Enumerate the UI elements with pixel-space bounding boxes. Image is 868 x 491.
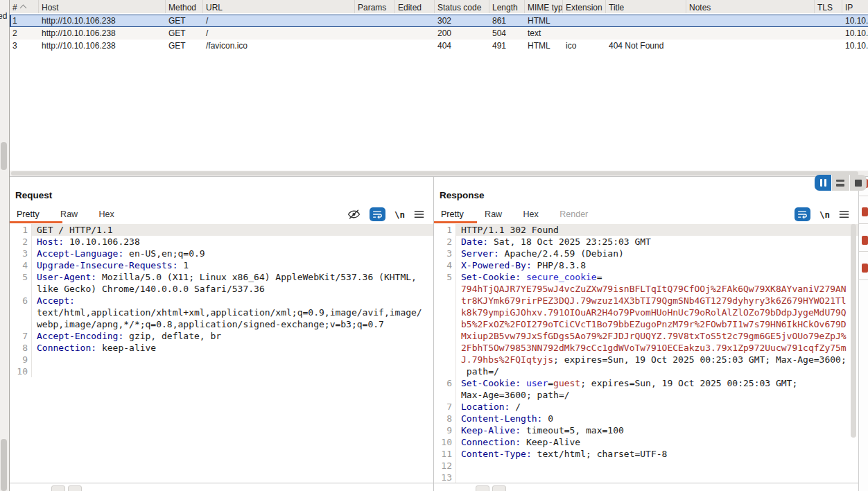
table-body: 1http://10.10.106.238GET/302861HTML10.10… (10, 15, 868, 52)
editor-line: J.79hbs%2FQIqtyjs; expires=Sun, 19 Oct 2… (434, 354, 858, 365)
inspector-section-divider (859, 223, 868, 224)
table-cell: 404 (435, 41, 489, 51)
request-panel: Request Pretty Raw Hex (10, 177, 434, 491)
request-editor[interactable]: 1GET / HTTP/1.12Host: 10.10.106.2383Acce… (10, 224, 433, 377)
editor-line: path=/ (434, 365, 858, 377)
editor-line: 7Accept-Encoding: gzip, deflate, br (10, 330, 433, 342)
tab-hex[interactable]: Hex (99, 205, 114, 219)
line-number: 4 (10, 259, 32, 271)
table-row[interactable]: 3http://10.10.106.238GET/favicon.ico4044… (10, 40, 868, 52)
tab-raw[interactable]: Raw (60, 205, 78, 219)
line-number: 7 (10, 330, 32, 342)
columns-icon (820, 179, 822, 187)
column-header-mime-type[interactable]: MIME type (525, 0, 563, 13)
word-wrap-toggle[interactable] (795, 207, 810, 221)
editor-line: 794hTjQAJR7YE795wJ4vcZuZXw79isnBFLTqItQ7… (434, 283, 858, 295)
horizontal-scrollbar-thumb[interactable] (11, 171, 858, 175)
line-content: Keep-Alive: timeout=5, max=100 (456, 424, 858, 436)
table-cell: 861 (489, 16, 525, 26)
hide-eye-icon[interactable] (347, 209, 361, 220)
column-header-title[interactable]: Title (606, 0, 686, 13)
editor-line: 3Server: Apache/2.4.59 (Debian) (434, 248, 858, 259)
search-icon-button[interactable] (492, 485, 506, 491)
layout-single-button[interactable] (850, 175, 867, 191)
search-icon-button[interactable] (68, 485, 82, 491)
line-number (10, 318, 32, 330)
response-editor[interactable]: 1HTTP/1.1 302 Found2Date: Sat, 18 Oct 20… (434, 224, 858, 483)
table-cell: http://10.10.106.238 (39, 16, 166, 26)
left-scrollbar-thumb[interactable] (1, 439, 7, 491)
inspector-collapsed-strip (858, 177, 868, 491)
inspector-section-sliver[interactable] (862, 207, 868, 216)
tab-hex[interactable]: Hex (523, 205, 539, 219)
editor-line: 6Set-Cookie: user=guest; expires=Sun, 19… (434, 377, 858, 389)
tab-pretty[interactable]: Pretty (17, 205, 40, 219)
column-header-extension[interactable]: Extension (563, 0, 606, 13)
column-header-method[interactable]: Method (166, 0, 203, 13)
line-content: HTTP/1.1 302 Found (456, 224, 858, 236)
line-number: 1 (10, 224, 32, 236)
table-cell: /favicon.ico (203, 41, 355, 51)
word-wrap-toggle[interactable] (370, 207, 385, 221)
editor-line: 3Accept-Language: en-US,en;q=0.9 (10, 248, 433, 259)
line-number: 5 (10, 271, 32, 283)
column-header-status-code[interactable]: Status code (435, 0, 489, 13)
inspector-section-sliver[interactable] (862, 264, 868, 273)
response-scrollbar-thumb[interactable] (851, 224, 856, 438)
line-content: like Gecko) Chrome/140.0.0.0 Safari/537.… (32, 283, 433, 295)
wrap-text-icon (797, 210, 807, 218)
line-number: 9 (10, 354, 32, 365)
line-content: k8k79ympiGJOhxv.791OIOuAR2H4o79PvomHUoHn… (456, 307, 858, 318)
inspector-section-sliver[interactable] (862, 236, 868, 245)
column-header-params[interactable]: Params (355, 0, 395, 13)
tab-render[interactable]: Render (559, 205, 588, 219)
table-row[interactable]: 1http://10.10.106.238GET/302861HTML10.10… (10, 15, 868, 27)
editor-line: 7Location: / (434, 401, 858, 413)
response-panel: Response Pretty Raw Hex Render \n (434, 177, 859, 491)
line-content (32, 354, 433, 365)
table-cell: GET (166, 28, 203, 38)
layout-columns-button[interactable] (815, 175, 832, 191)
horizontal-scrollbar[interactable] (10, 171, 868, 176)
table-cell: 10.10. (842, 28, 868, 38)
search-icon-button[interactable] (476, 485, 489, 491)
column-header-length[interactable]: Length (489, 0, 525, 13)
editor-menu-icon[interactable] (839, 210, 849, 218)
editor-line: 4Upgrade-Insecure-Requests: 1 (10, 259, 433, 271)
table-row[interactable]: 2http://10.10.106.238GET/200504text10.10… (10, 27, 868, 40)
layout-rows-button[interactable] (832, 175, 849, 191)
tab-raw[interactable]: Raw (485, 205, 502, 219)
show-newlines-toggle[interactable]: \n (819, 209, 830, 220)
active-tab-underline (434, 221, 477, 223)
left-scrollbar-thumb[interactable] (1, 142, 7, 170)
line-number (434, 342, 456, 354)
line-content: User-Agent: Mozilla/5.0 (X11; Linux x86_… (32, 271, 433, 283)
line-number: 10 (10, 365, 32, 377)
line-content: Content-Type: text/html; charset=UTF-8 (456, 448, 858, 460)
inspector-section-divider (859, 251, 868, 252)
editor-menu-icon[interactable] (414, 210, 424, 218)
line-content: J.79hbs%2FQIqtyjs; expires=Sun, 19 Oct 2… (456, 354, 858, 365)
line-number: 8 (10, 342, 32, 354)
editor-line: 5Set-Cookie: secure_cookie= (434, 271, 858, 283)
column-header-host[interactable]: Host (39, 0, 166, 13)
line-number (434, 283, 456, 295)
editor-line: 8Connection: keep-alive (10, 342, 433, 354)
editor-line: 2Date: Sat, 18 Oct 2025 23:25:03 GMT (434, 236, 858, 248)
show-newlines-toggle[interactable]: \n (394, 209, 405, 220)
editor-line: 2Host: 10.10.106.238 (10, 236, 433, 248)
search-icon-button[interactable] (51, 485, 65, 491)
tab-pretty[interactable]: Pretty (441, 205, 464, 219)
line-content: Set-Cookie: user=guest; expires=Sun, 19 … (456, 377, 858, 389)
column-header-ip[interactable]: IP (842, 0, 868, 13)
editor-line: 9Keep-Alive: timeout=5, max=100 (434, 424, 858, 436)
sort-ascending-icon (19, 5, 26, 12)
column-header-url[interactable]: URL (203, 0, 355, 13)
column-header-notes[interactable]: Notes (686, 0, 815, 13)
table-cell: http://10.10.106.238 (39, 28, 166, 38)
line-number (434, 307, 456, 318)
wrap-text-icon (372, 210, 382, 218)
column-header--[interactable]: # (10, 0, 39, 13)
column-header-tls[interactable]: TLS (815, 0, 842, 13)
column-header-edited[interactable]: Edited (395, 0, 435, 13)
